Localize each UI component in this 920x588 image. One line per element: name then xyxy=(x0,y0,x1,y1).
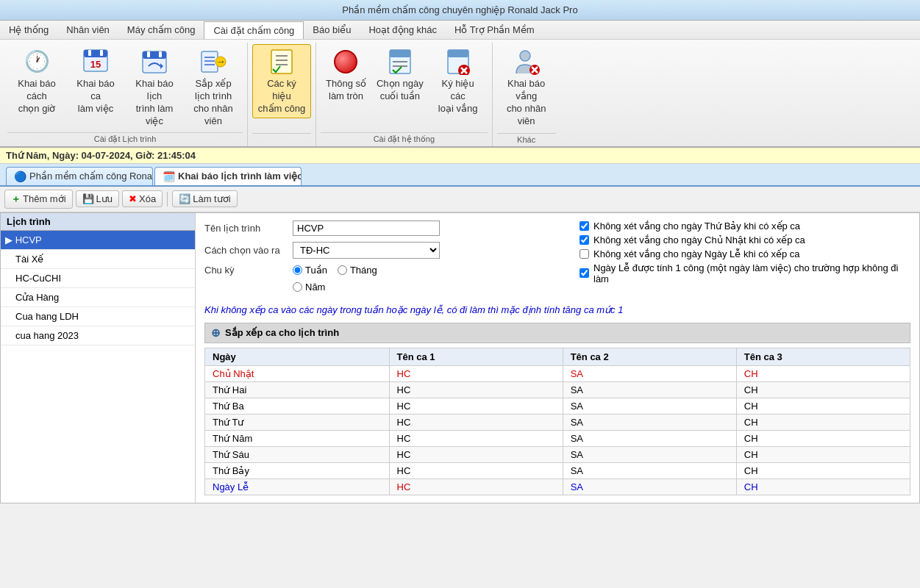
checkbox-row-thu-bay[interactable]: Không xét vắng cho ngày Thứ Bảy khi có x… xyxy=(580,220,910,232)
radio-tuan-input[interactable] xyxy=(293,265,302,275)
ten-lich-trinh-input[interactable] xyxy=(293,220,440,236)
checkbox-row-chu-nhat[interactable]: Không xét vắng cho ngày Chủ Nhật khi có … xyxy=(580,234,910,245)
cell-ca2: SA xyxy=(563,478,736,495)
checkbox-tinh-cong[interactable] xyxy=(580,268,589,278)
schedule-table: Ngày Tên ca 1 Tên ca 2 Tên ca 3 Chủ Nhật… xyxy=(204,348,910,495)
ribbon-btn-chon-ngay-cuoi-tuan[interactable]: Chọn ngàycuối tuần xyxy=(371,44,429,106)
menu-nhan-vien[interactable]: Nhân viên xyxy=(57,21,118,38)
checkbox-row-ngay-le[interactable]: Không xét vắng cho ngày Ngày Lễ khi có x… xyxy=(580,248,910,259)
form-row-nam: Năm xyxy=(204,282,550,293)
menu-cai-dat-cham-cong[interactable]: Cài đặt chấm công xyxy=(204,21,304,39)
plus-icon: ＋ xyxy=(11,193,21,206)
list-item-hcvp[interactable]: ▶ HCVP xyxy=(1,231,195,250)
cell-ngay: Thứ Năm xyxy=(205,430,390,446)
radio-nam[interactable]: Năm xyxy=(293,282,325,293)
cell-ca3: CH xyxy=(736,365,910,381)
app-title: Phần mềm chấm công chuyên nghiệp Ronald … xyxy=(342,4,577,15)
list-item-cua-hang[interactable]: Cửa Hàng xyxy=(1,288,195,307)
svg-rect-2 xyxy=(88,50,91,56)
ribbon-btn-khai-bao-vang[interactable]: Khai báo vắngcho nhân viên xyxy=(497,44,556,131)
tab-main[interactable]: 🔵 Phần mềm chấm công Ronald Jack Pro xyxy=(6,167,153,185)
cach-chon-select[interactable]: TĐ-HC Vào-Ra Chỉ Vào Chỉ Ra xyxy=(293,242,440,259)
table-row[interactable]: Thứ Sáu HC SA CH xyxy=(205,446,910,462)
list-item-hc-cuchi[interactable]: HC-CuCHI xyxy=(1,269,195,288)
list-item-cua-hang-ldh[interactable]: Cua hang LDH xyxy=(1,307,195,326)
list-item-tai-xe[interactable]: Tài Xế xyxy=(1,250,195,269)
cell-ca2: SA xyxy=(563,381,736,398)
cell-ca2: SA xyxy=(563,462,736,478)
radio-tuan[interactable]: Tuần xyxy=(293,265,327,276)
menu-bar: Hệ thống Nhân viên Máy chấm công Cài đặt… xyxy=(0,21,920,40)
radio-thang-label: Tháng xyxy=(350,265,377,276)
svg-rect-1 xyxy=(84,50,107,57)
checkbox-ngay-le[interactable] xyxy=(580,249,589,259)
form-left: Tên lịch trình Cách chọn vào ra TĐ-HC Và… xyxy=(204,220,550,298)
schedule-plus-icon: ⊕ xyxy=(211,326,221,340)
list-item-hcvp-arrow: ▶ xyxy=(5,234,15,245)
ribbon-btn-khai-bao-ca[interactable]: 15 Khai báo calàm việc xyxy=(66,44,125,118)
xoa-label: Xóa xyxy=(139,193,156,204)
ribbon-btn-sap-xep-lich-trinh[interactable]: → Sắp xếp lịch trìnhcho nhân viên xyxy=(184,44,243,131)
menu-he-thong[interactable]: Hệ thống xyxy=(0,21,57,38)
cell-ca1: HC xyxy=(389,414,563,430)
col-ca1: Tên ca 1 xyxy=(389,348,563,365)
btn-them-moi[interactable]: ＋ Thêm mới xyxy=(4,190,73,209)
cell-ca1: HC xyxy=(389,430,563,446)
list-item-cua-hang-2023[interactable]: cua hang 2023 xyxy=(1,326,195,345)
checkbox-thu-bay-label: Không xét vắng cho ngày Thứ Bảy khi có x… xyxy=(593,220,800,232)
btn-luu[interactable]: 💾 Lưu xyxy=(76,190,119,207)
cell-ca3: CH xyxy=(736,430,910,446)
ribbon: 🕐 Khai báo cáchchọn giờ 15 Kh xyxy=(0,40,920,148)
table-row[interactable]: Thứ Ba HC SA CH xyxy=(205,398,910,414)
cach-chon-label: Cách chọn vào ra xyxy=(204,245,293,256)
arrange-icon: → xyxy=(199,47,228,76)
checkbox-chu-nhat-label: Không xét vắng cho ngày Chủ Nhật khi có … xyxy=(593,234,805,245)
cell-ca2: SA xyxy=(563,430,736,446)
ribbon-btn-khai-bao-cach-chon-gio[interactable]: 🕐 Khai báo cáchchọn giờ xyxy=(7,44,66,118)
ribbon-group-lich-trinh: 🕐 Khai báo cáchchọn giờ 15 Kh xyxy=(3,43,248,146)
ribbon-btn-ky-hieu-loai-vang[interactable]: Ký hiệu cácloại vắng xyxy=(429,44,488,118)
ribbon-btn-khai-bao-lich-trinh[interactable]: Khai báo lịchtrình làm việc xyxy=(125,44,184,131)
radio-thang[interactable]: Tháng xyxy=(338,265,377,276)
svg-rect-25 xyxy=(448,50,468,57)
menu-ho-tro[interactable]: Hỗ Trợ Phần Mềm xyxy=(446,21,543,38)
list-header: Lịch trình xyxy=(1,213,195,231)
radio-thang-input[interactable] xyxy=(338,265,347,275)
radio-nam-input[interactable] xyxy=(293,282,302,292)
cell-ngay: Thứ Hai xyxy=(205,381,390,398)
delete-icon: ✖ xyxy=(129,193,137,204)
toolbar-separator xyxy=(167,192,168,207)
svg-rect-8 xyxy=(159,51,162,57)
menu-bao-bieu[interactable]: Báo biểu xyxy=(304,21,360,38)
table-row[interactable]: Thứ Tư HC SA CH xyxy=(205,414,910,430)
ribbon-btn-thong-so-lam-tron[interactable]: Thông sốlàm tròn xyxy=(321,44,371,106)
menu-may-cham-cong[interactable]: Máy chấm công xyxy=(118,21,204,38)
cell-ngay: Thứ Bảy xyxy=(205,462,390,478)
table-row[interactable]: Thứ Bảy HC SA CH xyxy=(205,462,910,478)
checkbox-row-tinh-cong[interactable]: Ngày Lễ được tính 1 công (một ngày làm v… xyxy=(580,262,910,284)
tab-lich-trinh[interactable]: 🗓️ Khai báo lịch trình làm việc ✕ xyxy=(154,167,302,185)
checkbox-chu-nhat[interactable] xyxy=(580,235,589,245)
ribbon-group-label-he-thong: Cài đặt hệ thống xyxy=(321,132,488,146)
checkbox-thu-bay[interactable] xyxy=(580,221,589,231)
cell-ca1: HC xyxy=(389,398,563,414)
cell-ca1: HC xyxy=(389,478,563,495)
col-ca3: Tên ca 3 xyxy=(736,348,910,365)
table-row[interactable]: Chủ Nhật HC SA CH xyxy=(205,365,910,381)
left-panel: Lịch trình ▶ HCVP Tài Xế HC-CuCHI Cửa Hà… xyxy=(1,213,196,503)
table-row[interactable]: Ngày Lễ HC SA CH xyxy=(205,478,910,495)
calendar-rotate-icon xyxy=(140,47,169,76)
btn-xoa[interactable]: ✖ Xóa xyxy=(122,190,163,207)
cell-ngay: Thứ Tư xyxy=(205,414,390,430)
table-row[interactable]: Thứ Năm HC SA CH xyxy=(205,430,910,446)
window-tabs: 🔵 Phần mềm chấm công Ronald Jack Pro 🗓️ … xyxy=(0,164,920,187)
person-x-icon xyxy=(512,47,541,76)
cell-ngay: Thứ Ba xyxy=(205,398,390,414)
menu-hoat-dong-khac[interactable]: Hoạt động khác xyxy=(360,21,446,38)
calendar15-icon: 15 xyxy=(81,47,110,76)
ribbon-btn-ky-hieu-cham-cong[interactable]: Các ký hiệuchấm công xyxy=(252,44,311,118)
btn-lam-tuoi[interactable]: 🔄 Làm tươi xyxy=(172,190,237,207)
tab-main-label: Phần mềm chấm công Ronald Jack Pro xyxy=(29,171,153,182)
table-row[interactable]: Thứ Hai HC SA CH xyxy=(205,381,910,398)
ribbon-group-he-thong: Thông sốlàm tròn Chọn ngàycuối tuần xyxy=(316,43,493,146)
